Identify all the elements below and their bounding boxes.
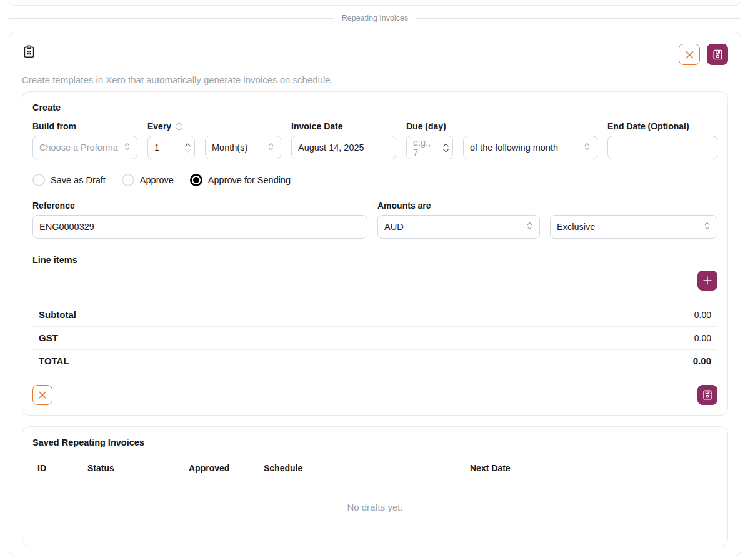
due-rule-value: of the following month bbox=[470, 142, 558, 152]
amounts-are-label: Amounts are bbox=[378, 200, 540, 211]
label-spacer bbox=[550, 200, 718, 211]
due-rule-field: of the following month bbox=[463, 121, 598, 159]
reference-field: Reference bbox=[32, 200, 368, 239]
create-section: Create Build from Choose a Proforma Ever… bbox=[22, 91, 728, 416]
every-input[interactable]: 1 bbox=[148, 136, 195, 159]
due-day-label: Due (day) bbox=[406, 121, 453, 132]
radio-label: Approve bbox=[140, 175, 174, 185]
chevrons-up-down-icon bbox=[266, 142, 276, 153]
chevrons-up-down-icon bbox=[702, 221, 712, 232]
every-field: Every 1 bbox=[148, 121, 195, 159]
invoice-date-input[interactable] bbox=[291, 136, 396, 159]
gst-value: 0.00 bbox=[694, 333, 711, 343]
chevrons-up-down-icon bbox=[122, 142, 132, 153]
label-spacer bbox=[205, 121, 281, 132]
tax-mode-field: Exclusive bbox=[550, 200, 718, 239]
invoice-date-field: Invoice Date bbox=[291, 121, 396, 159]
column-header-approved: Approved bbox=[189, 463, 264, 473]
radio-circle-checked-icon bbox=[190, 174, 202, 186]
tax-mode-value: Exclusive bbox=[557, 222, 595, 232]
currency-field: Amounts are AUD bbox=[378, 200, 540, 239]
divider-line bbox=[9, 18, 334, 19]
radio-label: Approve for Sending bbox=[208, 175, 291, 185]
saved-invoices-table-header: ID Status Approved Schedule Next Date bbox=[32, 463, 718, 481]
build-from-select[interactable]: Choose a Proforma bbox=[32, 136, 138, 159]
period-value: Month(s) bbox=[212, 142, 248, 152]
radio-save-as-draft[interactable]: Save as Draft bbox=[32, 174, 106, 186]
panel-header bbox=[22, 44, 728, 65]
radio-label: Save as Draft bbox=[51, 175, 106, 185]
build-from-placeholder: Choose a Proforma bbox=[39, 142, 118, 152]
reference-label: Reference bbox=[32, 200, 368, 211]
label-spacer bbox=[463, 121, 598, 132]
every-value: 1 bbox=[148, 142, 181, 152]
period-field: Month(s) bbox=[205, 121, 281, 159]
currency-value: AUD bbox=[384, 222, 404, 232]
currency-select[interactable]: AUD bbox=[378, 215, 540, 239]
every-stepper[interactable] bbox=[181, 136, 194, 159]
schedule-fields-row: Build from Choose a Proforma Every bbox=[32, 121, 718, 159]
radio-circle-icon bbox=[122, 174, 134, 186]
period-select[interactable]: Month(s) bbox=[205, 136, 281, 159]
due-day-input[interactable]: e.g., 7 bbox=[406, 136, 453, 159]
close-icon bbox=[684, 49, 695, 60]
line-items-title: Line items bbox=[32, 255, 718, 265]
invoice-date-label: Invoice Date bbox=[291, 121, 396, 132]
column-header-status: Status bbox=[88, 463, 189, 473]
saved-invoices-section: Saved Repeating Invoices ID Status Appro… bbox=[22, 426, 728, 546]
save-template-button[interactable] bbox=[698, 385, 718, 405]
save-icon bbox=[702, 389, 713, 401]
save-icon bbox=[712, 49, 724, 61]
subtotal-row: Subtotal 0.00 bbox=[32, 304, 718, 327]
save-panel-button[interactable] bbox=[707, 44, 728, 65]
panel-actions bbox=[679, 44, 728, 65]
tax-mode-select[interactable]: Exclusive bbox=[550, 215, 718, 239]
column-header-id: ID bbox=[38, 463, 88, 473]
empty-state-message: No drafts yet. bbox=[32, 481, 718, 546]
due-day-field: Due (day) e.g., 7 bbox=[406, 121, 453, 159]
subtotal-label: Subtotal bbox=[39, 309, 76, 320]
previous-card-bottom-edge bbox=[9, 0, 741, 6]
chevron-down-icon bbox=[442, 148, 449, 154]
chevron-up-icon bbox=[442, 142, 449, 148]
every-label: Every bbox=[148, 121, 195, 132]
create-title: Create bbox=[32, 102, 718, 113]
due-day-placeholder: e.g., 7 bbox=[407, 138, 439, 158]
panel-description: Create templates in Xero that automatica… bbox=[22, 74, 728, 86]
chevron-down-icon bbox=[184, 148, 191, 154]
total-label: TOTAL bbox=[39, 356, 69, 366]
column-header-schedule: Schedule bbox=[264, 463, 470, 473]
radio-approve[interactable]: Approve bbox=[122, 174, 174, 186]
cancel-create-button[interactable] bbox=[32, 385, 52, 405]
subtotal-value: 0.00 bbox=[694, 310, 711, 320]
chevrons-up-down-icon bbox=[525, 221, 534, 232]
approval-radio-group: Save as Draft Approve Approve for Sendin… bbox=[32, 174, 718, 186]
gst-label: GST bbox=[39, 332, 58, 343]
total-row: TOTAL 0.00 bbox=[32, 350, 718, 372]
radio-circle-icon bbox=[32, 174, 45, 186]
divider-line bbox=[416, 18, 741, 19]
repeating-invoices-panel: Create templates in Xero that automatica… bbox=[9, 32, 741, 556]
close-icon bbox=[38, 390, 48, 400]
due-rule-select[interactable]: of the following month bbox=[463, 136, 598, 159]
divider-title: Repeating Invoices bbox=[342, 14, 408, 22]
saved-invoices-title: Saved Repeating Invoices bbox=[32, 437, 718, 448]
add-line-item-row bbox=[32, 271, 718, 291]
due-day-stepper[interactable] bbox=[439, 136, 452, 159]
clipboard-icon bbox=[23, 45, 35, 58]
reference-amounts-row: Reference Amounts are AUD Exclusive bbox=[32, 200, 718, 239]
chevron-up-icon bbox=[184, 142, 191, 148]
plus-icon bbox=[702, 275, 713, 286]
gst-row: GST 0.00 bbox=[32, 327, 718, 350]
create-footer-actions bbox=[32, 385, 718, 405]
chevrons-up-down-icon bbox=[582, 142, 592, 153]
close-panel-button[interactable] bbox=[679, 44, 700, 65]
totals-section: Subtotal 0.00 GST 0.00 TOTAL 0.00 bbox=[32, 304, 718, 372]
radio-approve-for-sending[interactable]: Approve for Sending bbox=[190, 174, 291, 186]
build-from-field: Build from Choose a Proforma bbox=[32, 121, 138, 159]
reference-input[interactable] bbox=[32, 215, 368, 239]
section-divider: Repeating Invoices bbox=[9, 12, 741, 24]
end-date-input[interactable] bbox=[608, 136, 718, 159]
column-header-next-date: Next Date bbox=[470, 463, 718, 473]
add-line-item-button[interactable] bbox=[698, 271, 718, 291]
